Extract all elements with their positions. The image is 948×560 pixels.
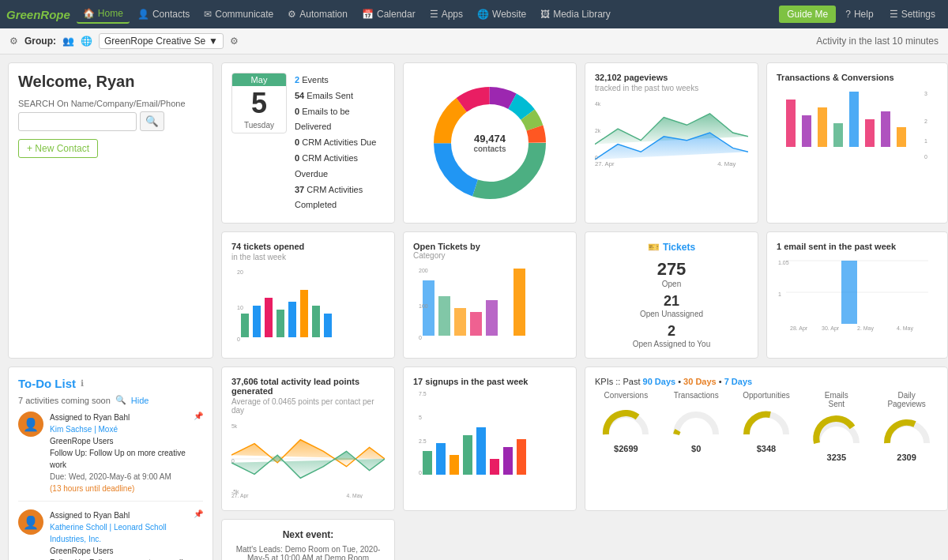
- tickets-link[interactable]: Tickets: [663, 242, 695, 253]
- kpi-emails-gauge: [809, 412, 864, 451]
- kpi-grid: Conversions $2699 Transactions $0 Opport…: [595, 391, 938, 462]
- avatar: 👤: [18, 509, 43, 535]
- lead-points-card: 37,606 total activity lead points genera…: [221, 366, 395, 511]
- kpi-conversions-value: $2699: [598, 444, 653, 453]
- todo-assigned: Assigned to Ryan Bahl: [50, 509, 187, 521]
- svg-text:2: 2: [924, 118, 927, 124]
- kpi-emails-sent: EmailsSent 3235: [809, 391, 864, 462]
- logo[interactable]: GreenRope: [6, 8, 70, 21]
- svg-rect-17: [849, 92, 859, 147]
- tickets-by-category-card: Open Tickets by Category 200 100 0: [403, 231, 577, 359]
- kpi-30-link[interactable]: 30 Days: [683, 377, 717, 386]
- svg-rect-31: [312, 306, 320, 337]
- svg-text:0: 0: [595, 155, 598, 160]
- tickets-cat-title: Open Tickets by: [413, 242, 566, 251]
- group-icon1: 👥: [62, 36, 74, 47]
- kpi-pageviews: DailyPageviews 2309: [879, 391, 935, 462]
- svg-text:2.5: 2.5: [419, 438, 427, 444]
- todo-group: GreenRope Users: [50, 435, 187, 447]
- todo-search-icon[interactable]: 🔍: [115, 395, 126, 405]
- kpi-opportunities-value: $348: [739, 444, 794, 453]
- group-selector[interactable]: GreenRope Creative Se ▼: [99, 33, 224, 49]
- todo-pin-icon: 📌: [194, 509, 203, 560]
- events-list: 2 Events 54 Emails Sent 0 Emails to be D…: [295, 73, 385, 213]
- svg-text:4. May: 4. May: [897, 325, 914, 332]
- svg-text:7.5: 7.5: [419, 391, 427, 397]
- svg-text:4. May: 4. May: [717, 160, 735, 167]
- nav-contacts[interactable]: 👤 Contacts: [131, 6, 196, 23]
- tickets-opened-chart: 20 10 0: [231, 266, 385, 345]
- todo-group: GreenRope Users: [50, 545, 187, 557]
- donut-card: 49,474 contacts: [403, 62, 577, 224]
- svg-rect-20: [897, 127, 906, 147]
- email-sent-title: 1 email sent in the past week: [777, 242, 938, 251]
- assigned-label: Open Assigned to You: [595, 340, 748, 348]
- todo-card: To-Do List ℹ 7 activities coming soon 🔍 …: [8, 366, 213, 560]
- nav-apps[interactable]: ☰ Apps: [423, 6, 469, 23]
- search-input[interactable]: [18, 112, 137, 131]
- svg-rect-28: [276, 310, 284, 337]
- donut-value: 49,474: [473, 133, 506, 145]
- kpi-transactions-value: $0: [668, 444, 724, 453]
- welcome-title: Welcome, Ryan: [18, 73, 203, 91]
- svg-rect-60: [423, 451, 432, 475]
- svg-text:0: 0: [419, 470, 422, 475]
- ticket-icon: 🎫: [648, 242, 660, 253]
- new-contact-button[interactable]: + New Contact: [18, 139, 98, 158]
- lead-points-subtitle: Average of 0.0465 points per contact per…: [231, 397, 385, 415]
- nav-calendar[interactable]: 📅 Calendar: [356, 6, 422, 23]
- nav-website[interactable]: 🌐 Website: [471, 6, 532, 23]
- svg-rect-65: [490, 459, 499, 475]
- unassigned-label: Open Unassigned: [595, 310, 748, 318]
- todo-coming-soon: 7 activities coming soon: [18, 396, 111, 405]
- todo-contact[interactable]: Kim Sachse | Moxé: [50, 423, 187, 435]
- search-button[interactable]: 🔍: [140, 111, 164, 131]
- pageviews-title: 32,102 pageviews: [595, 73, 748, 82]
- nav-communicate-label: Communicate: [215, 9, 273, 20]
- svg-text:10: 10: [237, 305, 243, 310]
- nav-help[interactable]: ? Help: [839, 6, 879, 23]
- svg-rect-47: [841, 261, 857, 324]
- svg-rect-14: [802, 115, 811, 147]
- svg-text:3: 3: [924, 91, 927, 96]
- transactions-card: Transactions & Conversions 3 2 1 0: [766, 62, 948, 224]
- donut-container: 49,474 contacts: [427, 80, 553, 206]
- search-label: SEARCH On Name/Company/Email/Phone: [18, 99, 203, 108]
- todo-contact[interactable]: Katherine Scholl | Leonard Scholl Indust…: [50, 521, 187, 545]
- nav-media-label: Media Library: [553, 9, 611, 20]
- next-event-card: Next event: Matt's Leads: Demo Room on T…: [221, 519, 395, 560]
- svg-text:30. Apr: 30. Apr: [822, 325, 840, 332]
- nav-home[interactable]: 🏠 Home: [77, 5, 130, 24]
- kpi-card: KPIs :: Past 90 Days • 30 Days • 7 Days …: [585, 366, 948, 511]
- kpi-7-link[interactable]: 7 Days: [724, 377, 752, 386]
- automation-icon: ⚙: [288, 9, 296, 20]
- svg-text:4. May: 4. May: [347, 493, 363, 499]
- group-settings-icon[interactable]: ⚙: [230, 36, 239, 47]
- todo-assigned: Assigned to Ryan Bahl: [50, 412, 187, 423]
- svg-text:200: 200: [419, 268, 428, 273]
- todo-hide-link[interactable]: Hide: [131, 396, 149, 405]
- home-icon: 🏠: [83, 8, 95, 19]
- guide-me-button[interactable]: Guide Me: [779, 6, 836, 23]
- apps-icon: ☰: [430, 9, 438, 20]
- svg-rect-32: [324, 314, 332, 337]
- avatar-icon: 👤: [23, 417, 39, 432]
- svg-text:0: 0: [419, 335, 422, 340]
- todo-pin-icon: 📌: [194, 412, 203, 494]
- svg-text:100: 100: [419, 303, 428, 309]
- cal-day: 5: [232, 86, 286, 121]
- nav-communicate[interactable]: ✉ Communicate: [198, 6, 280, 23]
- kpi-opportunities-label: Opportunities: [739, 391, 794, 400]
- search-icon: 🔍: [145, 115, 159, 127]
- event-item-5: 37 CRM Activities Completed: [295, 182, 385, 214]
- nav-automation[interactable]: ⚙ Automation: [281, 6, 354, 23]
- kpi-transactions-label: Transactions: [668, 391, 724, 400]
- todo-item: 👤 Assigned to Ryan Bahl Kim Sachse | Mox…: [18, 412, 203, 502]
- kpi-conversions: Conversions $2699: [598, 391, 653, 462]
- kpi-90-link[interactable]: 90 Days: [643, 377, 676, 386]
- svg-rect-66: [503, 447, 513, 475]
- nav-media[interactable]: 🖼 Media Library: [534, 6, 617, 23]
- help-icon: ?: [845, 9, 851, 20]
- nav-settings[interactable]: ☰ Settings: [883, 6, 942, 23]
- svg-rect-26: [253, 306, 261, 337]
